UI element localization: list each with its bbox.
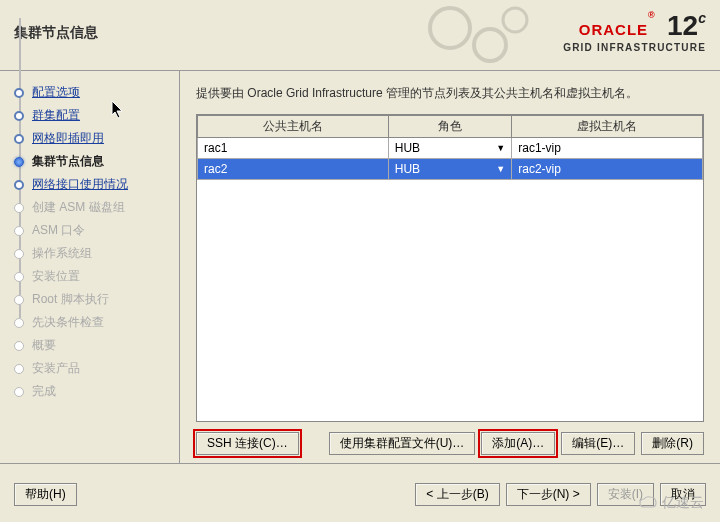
step-dot-icon xyxy=(14,318,24,328)
page-title: 集群节点信息 xyxy=(14,24,98,42)
cell-vip[interactable]: rac1-vip xyxy=(512,138,703,159)
chevron-down-icon[interactable]: ▼ xyxy=(496,143,505,153)
step-dot-icon xyxy=(14,111,24,121)
step-label: 先决条件检查 xyxy=(32,314,104,331)
step-dot-icon xyxy=(14,364,24,374)
footer: 帮助(H) < 上一步(B) 下一步(N) > 安装(I) 取消 xyxy=(0,463,720,522)
table-row[interactable]: rac2HUB▼rac2-vip xyxy=(198,159,703,180)
header: 集群节点信息 ORACLE® 12c GRID INFRASTRUCTURE xyxy=(0,0,720,71)
col-vip[interactable]: 虚拟主机名 xyxy=(512,116,703,138)
step-dot-icon xyxy=(14,157,24,167)
step-label[interactable]: 网络接口使用情况 xyxy=(32,176,128,193)
step-label[interactable]: 群集配置 xyxy=(32,107,80,124)
step-dot-icon xyxy=(14,88,24,98)
step-dot-icon xyxy=(14,341,24,351)
cell-vip[interactable]: rac2-vip xyxy=(512,159,703,180)
step-dot-icon xyxy=(14,295,24,305)
sidebar-step-4[interactable]: 网络接口使用情况 xyxy=(0,173,179,196)
step-dot-icon xyxy=(14,249,24,259)
svg-point-0 xyxy=(430,8,470,48)
install-button: 安装(I) xyxy=(597,483,654,506)
sidebar: 配置选项群集配置网格即插即用集群节点信息网络接口使用情况创建 ASM 磁盘组AS… xyxy=(0,71,180,463)
cell-host[interactable]: rac2 xyxy=(198,159,389,180)
step-label: 安装位置 xyxy=(32,268,80,285)
chevron-down-icon[interactable]: ▼ xyxy=(496,164,505,174)
step-label: 完成 xyxy=(32,383,56,400)
sidebar-step-2[interactable]: 网格即插即用 xyxy=(0,127,179,150)
cancel-button[interactable]: 取消 xyxy=(660,483,706,506)
step-dot-icon xyxy=(14,226,24,236)
step-dot-icon xyxy=(14,272,24,282)
step-label: 集群节点信息 xyxy=(32,153,104,170)
step-label: 概要 xyxy=(32,337,56,354)
nodes-table[interactable]: 公共主机名 角色 虚拟主机名 rac1HUB▼rac1-viprac2HUB▼r… xyxy=(197,115,703,180)
back-button[interactable]: < 上一步(B) xyxy=(415,483,499,506)
sidebar-step-13: 完成 xyxy=(0,380,179,403)
ssh-connect-button[interactable]: SSH 连接(C)… xyxy=(196,432,299,455)
cell-host[interactable]: rac1 xyxy=(198,138,389,159)
logo-brand: ORACLE xyxy=(579,21,648,38)
nodes-table-container: 公共主机名 角色 虚拟主机名 rac1HUB▼rac1-viprac2HUB▼r… xyxy=(196,114,704,422)
step-label: Root 脚本执行 xyxy=(32,291,109,308)
svg-point-2 xyxy=(503,8,527,32)
gears-decoration xyxy=(420,0,540,70)
cell-role[interactable]: HUB▼ xyxy=(388,138,512,159)
main-panel: 提供要由 Oracle Grid Infrastructure 管理的节点列表及… xyxy=(180,71,720,463)
next-button[interactable]: 下一步(N) > xyxy=(506,483,591,506)
cell-role[interactable]: HUB▼ xyxy=(388,159,512,180)
sidebar-step-12: 安装产品 xyxy=(0,357,179,380)
use-cluster-file-button[interactable]: 使用集群配置文件(U)… xyxy=(329,432,476,455)
oracle-logo: ORACLE® 12c GRID INFRASTRUCTURE xyxy=(563,10,706,53)
col-host[interactable]: 公共主机名 xyxy=(198,116,389,138)
sidebar-step-10: 先决条件检查 xyxy=(0,311,179,334)
delete-button[interactable]: 删除(R) xyxy=(641,432,704,455)
sidebar-step-7: 操作系统组 xyxy=(0,242,179,265)
sidebar-step-5: 创建 ASM 磁盘组 xyxy=(0,196,179,219)
add-button[interactable]: 添加(A)… xyxy=(481,432,555,455)
step-dot-icon xyxy=(14,134,24,144)
logo-subtitle: GRID INFRASTRUCTURE xyxy=(563,42,706,53)
sidebar-step-9: Root 脚本执行 xyxy=(0,288,179,311)
step-dot-icon xyxy=(14,387,24,397)
sidebar-step-1[interactable]: 群集配置 xyxy=(0,104,179,127)
sidebar-step-6: ASM 口令 xyxy=(0,219,179,242)
sidebar-step-11: 概要 xyxy=(0,334,179,357)
step-label: 操作系统组 xyxy=(32,245,92,262)
help-button[interactable]: 帮助(H) xyxy=(14,483,77,506)
step-label[interactable]: 网格即插即用 xyxy=(32,130,104,147)
svg-point-1 xyxy=(474,29,506,61)
edit-button[interactable]: 编辑(E)… xyxy=(561,432,635,455)
table-row[interactable]: rac1HUB▼rac1-vip xyxy=(198,138,703,159)
step-dot-icon xyxy=(14,180,24,190)
sidebar-step-0[interactable]: 配置选项 xyxy=(0,81,179,104)
col-role[interactable]: 角色 xyxy=(388,116,512,138)
step-label[interactable]: 配置选项 xyxy=(32,84,80,101)
step-label: 创建 ASM 磁盘组 xyxy=(32,199,125,216)
step-label: 安装产品 xyxy=(32,360,80,377)
step-dot-icon xyxy=(14,203,24,213)
sidebar-step-3[interactable]: 集群节点信息 xyxy=(0,150,179,173)
instruction-text: 提供要由 Oracle Grid Infrastructure 管理的节点列表及… xyxy=(196,85,704,102)
sidebar-step-8: 安装位置 xyxy=(0,265,179,288)
step-label: ASM 口令 xyxy=(32,222,85,239)
